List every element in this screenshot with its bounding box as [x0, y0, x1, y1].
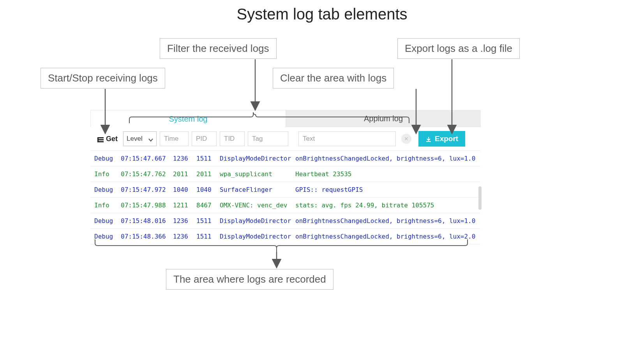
scrollbar-thumb[interactable] [478, 186, 482, 210]
export-label: Export [435, 134, 458, 143]
get-label: Get [106, 135, 118, 143]
log-row: Info07:15:47.98812118467OMX-VENC: venc_d… [90, 198, 481, 213]
callout-area: The area where logs are recorded [166, 269, 333, 290]
chevron-down-icon [148, 136, 153, 141]
log-time: 07:15:47.667 [121, 155, 168, 162]
toolbar: Get Level ✕ Export [90, 127, 481, 151]
tag-input[interactable] [248, 131, 288, 146]
text-input[interactable] [298, 131, 396, 146]
log-tid: 1511 [196, 155, 214, 162]
log-row: Debug07:15:48.01612361511DisplayModeDire… [90, 213, 481, 229]
log-panel: System log Appium log Get Level ✕ [90, 110, 481, 244]
log-time: 07:15:47.972 [121, 186, 168, 193]
log-tag: DisplayModeDirector [220, 155, 290, 162]
log-tag: DisplayModeDirector [220, 233, 290, 240]
log-row: Debug07:15:47.97210401040SurfaceFlingerG… [90, 182, 481, 198]
pid-input[interactable] [192, 131, 217, 146]
log-row: Debug07:15:47.66712361511DisplayModeDire… [90, 151, 481, 166]
log-message: onBrightnessChangedLocked, brightness=6,… [295, 217, 477, 225]
log-area: Debug07:15:47.66712361511DisplayModeDire… [90, 151, 481, 244]
log-tid: 1511 [196, 233, 214, 240]
log-pid: 1236 [173, 155, 191, 162]
log-time: 07:15:47.988 [121, 202, 168, 209]
log-message: stats: avg. fps 24.99, bitrate 105575 [295, 202, 477, 209]
log-message: onBrightnessChangedLocked, brightness=6,… [295, 155, 477, 162]
list-icon [97, 136, 104, 142]
log-tid: 1511 [196, 217, 214, 225]
log-time: 07:15:48.016 [121, 217, 168, 225]
log-level: Info [94, 170, 115, 178]
time-input[interactable] [160, 131, 189, 146]
level-label: Level [127, 135, 143, 143]
log-level: Debug [94, 233, 115, 240]
level-select[interactable]: Level [123, 131, 157, 146]
log-pid: 2011 [173, 170, 191, 178]
log-message: Heartbeat 23535 [295, 170, 477, 178]
log-message: onBrightnessChangedLocked, brightness=6,… [295, 233, 477, 240]
tid-input[interactable] [220, 131, 245, 146]
log-tag: SurfaceFlinger [220, 186, 290, 193]
log-row: Debug07:15:48.36612361511DisplayModeDire… [90, 229, 481, 244]
tabs: System log Appium log [90, 110, 481, 127]
log-tid: 8467 [196, 202, 214, 209]
callout-filter: Filter the received logs [160, 38, 277, 59]
export-button[interactable]: Export [418, 131, 465, 147]
tab-appium-log[interactable]: Appium log [286, 110, 481, 127]
log-tid: 2011 [196, 170, 214, 178]
log-tag: DisplayModeDirector [220, 217, 290, 225]
close-icon: ✕ [404, 136, 409, 142]
log-time: 07:15:47.762 [121, 170, 168, 178]
svg-rect-3 [97, 137, 99, 142]
tab-system-log[interactable]: System log [90, 110, 286, 127]
log-tag: OMX-VENC: venc_dev [220, 202, 290, 209]
log-row: Info07:15:47.76220112011wpa_supplicantHe… [90, 166, 481, 182]
log-message: GPIS:: requestGPIS [295, 186, 477, 193]
clear-button[interactable]: ✕ [401, 134, 411, 144]
log-level: Info [94, 202, 115, 209]
log-tid: 1040 [196, 186, 214, 193]
log-pid: 1040 [173, 186, 191, 193]
log-tag: wpa_supplicant [220, 170, 290, 178]
callout-start-stop: Start/Stop receiving logs [41, 68, 165, 88]
log-time: 07:15:48.366 [121, 233, 168, 240]
log-level: Debug [94, 155, 115, 162]
callout-clear: Clear the area with logs [273, 68, 394, 88]
download-icon [425, 136, 432, 142]
log-level: Debug [94, 217, 115, 225]
log-pid: 1236 [173, 233, 191, 240]
callout-export: Export logs as a .log file [397, 38, 520, 59]
log-pid: 1236 [173, 217, 191, 225]
page-title: System log tab elements [0, 5, 644, 23]
get-button[interactable]: Get [95, 133, 120, 145]
log-pid: 1211 [173, 202, 191, 209]
log-level: Debug [94, 186, 115, 193]
